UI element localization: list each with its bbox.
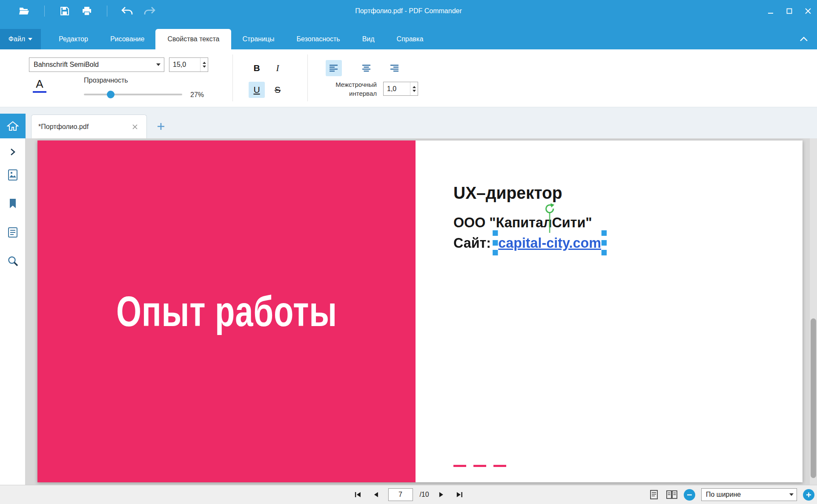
font-color-button[interactable]: A <box>31 77 49 95</box>
file-menu-label: Файл <box>9 35 25 43</box>
font-size-value: 15,0 <box>169 61 200 69</box>
selection-handle[interactable] <box>493 240 498 246</box>
last-page-button[interactable] <box>454 489 465 500</box>
italic-button[interactable]: I <box>269 60 286 76</box>
dash <box>493 465 506 467</box>
font-family-select[interactable]: Bahnschrift SemiBold <box>29 57 164 72</box>
document-tabstrip: *Портфолио.pdf <box>0 107 817 138</box>
expand-panel-button[interactable] <box>6 145 20 159</box>
line-spacing-input[interactable]: 1,0 <box>383 82 418 96</box>
align-center-icon <box>362 64 371 72</box>
line-spacing-label: Межстрочный интервал <box>313 80 377 98</box>
minus-icon <box>687 492 692 498</box>
transparency-slider[interactable] <box>84 90 182 99</box>
page-count-label: /10 <box>419 491 429 498</box>
job-title-text: UX–директор <box>453 183 604 203</box>
tab-editor[interactable]: Редактор <box>48 29 99 49</box>
first-page-button[interactable] <box>352 489 363 500</box>
page-text-block: UX–директор ООО "КапиталСити" Сайт:capit… <box>453 183 611 252</box>
company-text: ООО "КапиталСити" <box>453 214 604 231</box>
selection-handle[interactable] <box>602 230 607 236</box>
single-page-view-button[interactable] <box>648 489 660 501</box>
site-label: Сайт: <box>453 235 491 251</box>
maximize-icon[interactable] <box>785 6 794 16</box>
chevron-down-icon <box>28 38 32 40</box>
underline-button[interactable]: U <box>249 82 265 98</box>
tab-help[interactable]: Справка <box>386 29 435 49</box>
next-page-icon <box>439 492 444 498</box>
font-size-spinner[interactable] <box>200 58 208 72</box>
tab-view[interactable]: Вид <box>351 29 386 49</box>
chevron-right-icon <box>10 148 15 156</box>
align-right-button[interactable] <box>387 60 403 76</box>
line-spacing-spinner[interactable] <box>410 82 418 95</box>
pdf-page[interactable]: Опыт работы UX–директор ООО "КапиталСити… <box>37 140 803 482</box>
comments-button[interactable] <box>6 226 20 239</box>
tab-pages[interactable]: Страницы <box>231 29 285 49</box>
selection-handle[interactable] <box>602 250 607 255</box>
document-area[interactable]: Опыт работы UX–директор ООО "КапиталСити… <box>26 138 817 485</box>
home-icon <box>7 120 19 132</box>
page-thumbnails-button[interactable] <box>6 168 20 182</box>
scrollbar-thumb[interactable] <box>811 318 816 478</box>
next-page-button[interactable] <box>436 489 447 500</box>
zoom-out-button[interactable] <box>684 489 695 501</box>
document-tab[interactable]: *Портфолио.pdf <box>31 115 147 138</box>
section-title: Опыт работы <box>116 287 337 336</box>
close-icon[interactable] <box>803 6 813 16</box>
rotate-handle[interactable] <box>545 203 555 234</box>
close-tab-icon[interactable] <box>130 122 140 132</box>
font-family-value: Bahnschrift SemiBold <box>29 61 153 69</box>
two-page-icon <box>666 490 678 500</box>
font-size-input[interactable]: 15,0 <box>169 57 208 72</box>
ribbon-separator <box>232 54 233 101</box>
plus-icon <box>806 492 811 498</box>
last-page-icon <box>456 492 463 498</box>
spin-up-icon <box>413 86 416 88</box>
plus-icon <box>157 122 165 131</box>
previous-page-icon <box>373 492 378 498</box>
new-tab-button[interactable] <box>154 120 168 133</box>
align-center-button[interactable] <box>358 60 375 76</box>
selection-handle[interactable] <box>493 230 498 236</box>
page-number-input[interactable] <box>388 488 413 501</box>
bookmarks-button[interactable] <box>6 197 20 210</box>
bold-button[interactable]: B <box>249 60 265 76</box>
titlebar: Портфолио.pdf - PDF Commander <box>0 0 817 22</box>
selected-link-object[interactable]: capital-city.com <box>496 234 604 252</box>
chevron-down-icon <box>786 493 797 496</box>
two-page-view-button[interactable] <box>666 489 678 501</box>
transparency-value: 27% <box>190 91 204 99</box>
font-color-swatch <box>33 91 46 93</box>
zoom-in-button[interactable] <box>803 489 814 501</box>
align-left-icon <box>330 64 338 72</box>
site-line: Сайт:capital-city.com <box>453 234 604 252</box>
tab-text-properties[interactable]: Свойства текста <box>155 29 231 49</box>
zoom-level-select[interactable]: По ширине <box>701 488 797 501</box>
spin-down-icon <box>413 90 416 92</box>
file-menu-button[interactable]: Файл <box>0 29 41 49</box>
minimize-icon[interactable] <box>766 6 775 16</box>
dash <box>473 465 486 467</box>
previous-page-button[interactable] <box>370 489 381 500</box>
selection-handle[interactable] <box>493 250 498 255</box>
strikethrough-button[interactable]: S <box>269 82 286 98</box>
align-left-button[interactable] <box>326 60 342 76</box>
site-hyperlink[interactable]: capital-city.com <box>498 235 601 251</box>
page-footer-dashes <box>453 465 506 467</box>
search-button[interactable] <box>6 254 20 268</box>
single-page-icon <box>649 490 659 500</box>
selection-handle[interactable] <box>602 240 607 246</box>
menubar: Файл Редактор Рисование Свойства текста … <box>0 22 817 49</box>
zoom-controls: По ширине <box>648 485 814 504</box>
tab-security[interactable]: Безопасность <box>286 29 351 49</box>
slider-thumb[interactable] <box>107 91 115 98</box>
bookmark-icon <box>9 198 17 209</box>
vertical-scrollbar[interactable] <box>810 138 817 485</box>
collapse-ribbon-button[interactable] <box>798 35 809 43</box>
transparency-label: Прозрачность <box>84 77 128 84</box>
home-button[interactable] <box>0 114 26 138</box>
statusbar: /10 По ширине <box>0 485 817 504</box>
tab-drawing[interactable]: Рисование <box>99 29 156 49</box>
ribbon-tabs: Редактор Рисование Свойства текста Стран… <box>48 29 434 49</box>
